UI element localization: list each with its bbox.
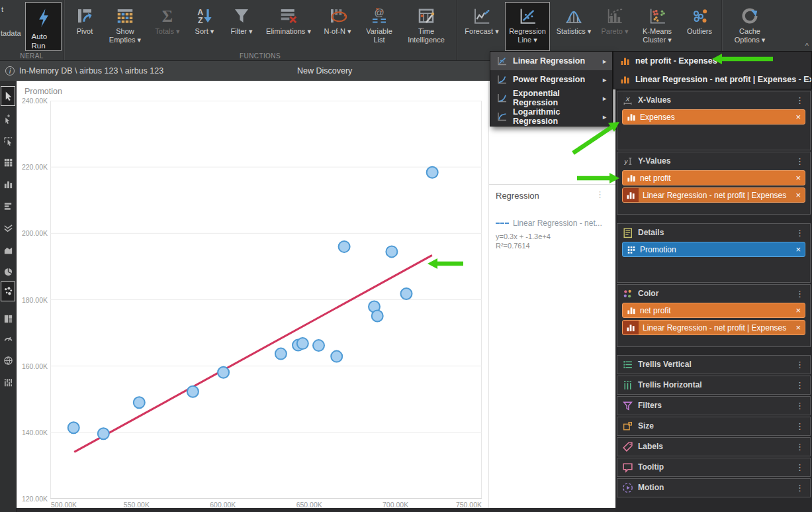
variable-list-button[interactable]: @Variable List [360,2,398,51]
treemap-chart-tool[interactable] [1,310,15,329]
drop-zone-motion[interactable]: Motion⋮ [617,478,811,497]
show-empties-button[interactable]: Show Empties ▾ [103,2,147,51]
ribbon-button-label: Show Empties ▾ [104,27,146,44]
info-icon[interactable]: i [5,66,15,76]
menu-item-exponential-regression[interactable]: Exponential Regression▸ [490,89,612,107]
y-values-icon: y [622,156,633,167]
eliminations-icon [279,6,298,26]
lasso-select-icon [3,136,13,147]
remove-chip-icon[interactable]: × [791,112,801,122]
group-label-functions: FUNCTIONS [64,52,456,60]
menu-item-linear-regression[interactable]: Linear Regression▸ [490,52,612,70]
chip-expenses[interactable]: Expenses× [622,109,805,125]
kebab-menu-icon[interactable]: ⋮ [794,157,805,166]
remove-chip-icon[interactable]: × [791,190,801,200]
drop-zone-label: Trellis Vertical [638,360,789,369]
drop-zone-header: XX-Values⋮ [617,91,810,109]
gauge-chart-tool[interactable] [1,330,15,348]
y-axis-tick-label: 180.00K [18,296,48,304]
remove-chip-icon[interactable]: × [791,173,801,183]
trellis-horizontal-icon [622,380,633,391]
collapse-ribbon-icon[interactable]: ^ [805,42,809,50]
remove-chip-icon[interactable]: × [791,305,801,315]
regression-line-button[interactable]: Regression Line ▾ [505,2,550,51]
chip-net-profit[interactable]: net profit× [622,303,805,318]
auto-run-button[interactable]: Auto Run [25,2,62,51]
forecast-button[interactable]: Forecast ▾ [461,2,502,51]
chip-linear-regression-net-profit-expenses[interactable]: Linear Regression - net profit | Expense… [622,187,805,203]
scatter-plot[interactable] [50,101,482,499]
drop-zone-x-values[interactable]: XX-Values⋮Expenses× [617,91,811,150]
kebab-menu-icon[interactable]: ⋮ [794,422,805,431]
chip-promotion[interactable]: Promotion× [622,242,805,257]
point-select-tool[interactable] [1,110,15,128]
n-of-n-button[interactable]: N-of-N ▾ [318,2,357,51]
cache-options-button[interactable]: Cache Options ▾ [727,2,773,51]
pivot-button[interactable]: Pivot [69,2,101,51]
drop-zone-y-values[interactable]: yY-Values⋮net profit×Linear Regression -… [617,152,811,215]
menu-item-logarithmic-regression[interactable]: Logarithmic Regression▸ [490,107,612,126]
select-cursor-tool[interactable] [1,86,15,106]
chip-net-profit[interactable]: net profit× [622,170,805,185]
time-intelligence-button[interactable]: Time Intelligence [401,2,451,51]
kebab-menu-icon[interactable]: ⋮ [794,229,805,237]
legend-entry-label: Linear Regression - net... [513,219,602,228]
pie-chart-icon [3,267,13,278]
kebab-menu-icon[interactable]: ⋮ [794,463,805,472]
chart-series-title: Promotion [24,87,62,96]
drop-zone-trellis-vertical[interactable]: Trellis Vertical⋮ [617,355,811,374]
chip-linear-regression-net-profit-expenses[interactable]: Linear Regression - net profit | Expense… [622,320,805,335]
drop-zone-header: Details⋮ [617,224,810,241]
menu-item-power-regression[interactable]: Power Regression▸ [490,70,612,89]
cache-options-icon [740,6,760,26]
totals-button: ΣTotals ▾ [150,2,185,51]
submenu-item[interactable]: net profit - Expenses [613,52,811,70]
k-means-cluster-button[interactable]: K-Means Cluster ▾ [635,2,680,51]
scatter-chart-tool[interactable] [1,282,15,301]
kebab-menu-icon[interactable]: ⋮ [794,381,805,389]
column-chart-tool[interactable] [1,176,15,194]
drop-zone-tooltip[interactable]: Tooltip⋮ [617,458,811,477]
bar-chart-tool[interactable] [1,197,15,216]
area-chart-tool[interactable] [1,241,15,260]
sort-button[interactable]: AZSort ▾ [188,2,221,51]
kebab-menu-icon[interactable]: ⋮ [794,401,805,410]
kebab-menu-icon[interactable]: ⋮ [794,289,805,298]
lasso-select-tool[interactable] [1,132,15,150]
drop-zone-filters[interactable]: Filters⋮ [617,396,811,415]
drop-zone-color[interactable]: Color⋮net profit×Linear Regression - net… [617,284,811,347]
tab-new-discovery[interactable]: New Discovery [297,61,352,81]
eliminations-button[interactable]: Eliminations ▾ [262,2,315,51]
measure-bars-icon [626,191,635,200]
slicer-icon [3,378,13,389]
drop-zone-labels[interactable]: Labels⋮ [617,437,811,456]
drop-zone-trellis-horizontal[interactable]: Trellis Horizontal⋮ [617,376,811,395]
chart-panel: Promotion 240.00K220.00K200.00K180.00K16… [17,81,488,508]
legend-entry[interactable]: Linear Regression - net... [496,217,609,229]
area-chart-icon [3,245,13,256]
chart-type-rail [0,81,17,512]
pie-chart-tool[interactable] [1,263,15,282]
grid-view-tool[interactable] [1,154,15,172]
drop-zone-size[interactable]: Size⋮ [617,417,811,436]
outliers-button[interactable]: Outliers [682,2,717,51]
remove-chip-icon[interactable]: × [791,323,801,333]
submenu-item[interactable]: Linear Regression - net profit | Expense… [613,70,811,89]
line-chart-tool[interactable] [1,219,15,238]
map-chart-tool[interactable] [1,352,15,370]
slicer-tool[interactable] [1,374,15,392]
kebab-menu-icon[interactable]: ⋮ [794,360,805,369]
time-intelligence-icon [416,6,436,26]
linear-regression-icon [496,56,507,66]
filter-button[interactable]: Filter ▾ [224,2,259,51]
kebab-menu-icon[interactable]: ⋮ [794,484,805,492]
regression-legend-menu-icon[interactable]: ⋮ [594,190,606,199]
kebab-menu-icon[interactable]: ⋮ [794,96,805,105]
statistics-button[interactable]: Statistics ▾ [553,2,595,51]
drop-zone-details[interactable]: Details⋮Promotion× [617,223,811,283]
group-label-general: NERAL [0,52,64,60]
kebab-menu-icon[interactable]: ⋮ [794,442,805,451]
svg-text:Z: Z [198,16,203,25]
remove-chip-icon[interactable]: × [791,244,801,254]
totals-icon: Σ [158,6,177,26]
